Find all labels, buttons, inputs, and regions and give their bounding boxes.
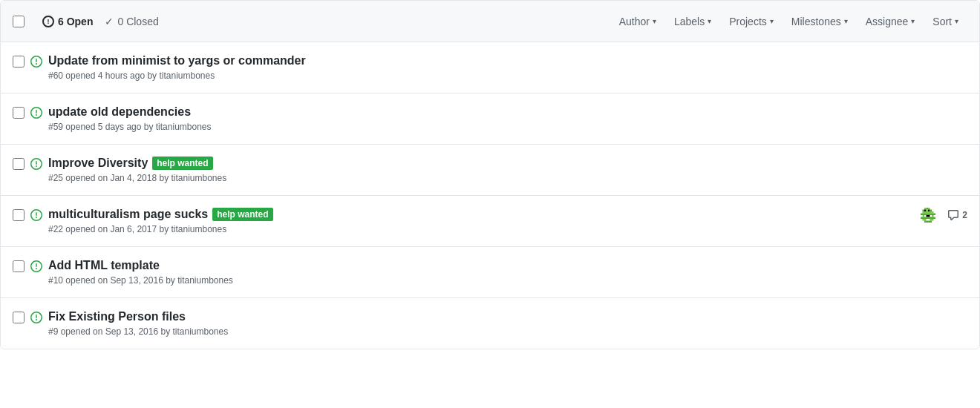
svg-rect-16 xyxy=(924,221,932,223)
issue-title-row: Update from minimist to yargs or command… xyxy=(48,54,956,68)
svg-rect-9 xyxy=(921,214,935,216)
projects-caret-icon: ▾ xyxy=(770,17,774,25)
issue-checkbox[interactable] xyxy=(13,312,24,323)
svg-rect-5 xyxy=(927,210,929,212)
issue-title-row: update old dependencies xyxy=(48,105,956,119)
header-left: ! 6 Open ✓ 0 Closed xyxy=(13,13,610,30)
sort-caret-icon: ▾ xyxy=(955,17,958,25)
issue-content: Improve Diversity help wanted #25 opened… xyxy=(48,157,956,183)
labels-caret-icon: ▾ xyxy=(708,17,711,25)
svg-rect-14 xyxy=(923,219,927,221)
milestones-filter-label: Milestones xyxy=(791,16,841,27)
svg-rect-3 xyxy=(923,210,925,212)
issue-row: update old dependencies #59 opened 5 day… xyxy=(1,93,979,145)
issue-checkbox[interactable] xyxy=(13,260,24,272)
svg-rect-0 xyxy=(924,208,927,210)
assignee-caret-icon: ▾ xyxy=(911,17,915,25)
issue-row: Improve Diversity help wanted #25 opened… xyxy=(1,145,979,196)
issue-open-icon xyxy=(30,260,42,272)
labels-filter-label: Labels xyxy=(674,16,705,27)
issue-open-icon xyxy=(30,56,42,68)
milestones-filter-button[interactable]: Milestones ▾ xyxy=(783,10,857,33)
svg-rect-6 xyxy=(928,210,930,212)
open-count-label: 6 Open xyxy=(58,16,93,27)
issue-title-link[interactable]: update old dependencies xyxy=(48,105,191,119)
assignee-avatar xyxy=(921,208,935,223)
labels-filter-button[interactable]: Labels ▾ xyxy=(665,10,720,33)
issue-row: Update from minimist to yargs or command… xyxy=(1,42,979,93)
issue-meta: #25 opened on Jan 4, 2018 by titaniumbon… xyxy=(48,173,956,183)
issue-checkbox[interactable] xyxy=(13,158,24,170)
projects-filter-label: Projects xyxy=(729,16,767,27)
issue-meta: #60 opened 4 hours ago by titaniumbones xyxy=(48,70,956,81)
projects-filter-button[interactable]: Projects ▾ xyxy=(720,10,783,33)
comments-number: 2 xyxy=(962,210,967,220)
issue-title-link[interactable]: Fix Existing Person files xyxy=(48,310,186,323)
issue-checkbox[interactable] xyxy=(13,56,24,68)
author-filter-button[interactable]: Author ▾ xyxy=(610,10,665,33)
issue-open-icon xyxy=(30,209,42,221)
issue-content: Fix Existing Person files #9 opened on S… xyxy=(48,310,956,337)
milestones-caret-icon: ▾ xyxy=(844,17,848,25)
assignee-filter-label: Assignee xyxy=(866,16,909,27)
issue-title-row: Fix Existing Person files xyxy=(48,310,956,323)
label-tag: help wanted xyxy=(152,157,212,170)
issue-meta: #10 opened on Sep 13, 2016 by titaniumbo… xyxy=(48,275,956,286)
header-filters: Author ▾ Labels ▾ Projects ▾ Milestones … xyxy=(610,10,967,33)
issues-list: ! 6 Open ✓ 0 Closed Author ▾ Labels ▾ Pr… xyxy=(0,0,980,349)
issue-meta: #59 opened 5 days ago by titaniumbones xyxy=(48,122,956,132)
comment-icon xyxy=(947,209,959,221)
svg-rect-10 xyxy=(923,215,925,217)
label-tag: help wanted xyxy=(212,208,272,221)
svg-rect-13 xyxy=(921,217,935,220)
issue-open-icon xyxy=(30,312,42,323)
issues-header: ! 6 Open ✓ 0 Closed Author ▾ Labels ▾ Pr… xyxy=(1,1,979,42)
issue-open-icon xyxy=(30,107,42,119)
svg-rect-2 xyxy=(928,208,930,210)
issue-title-link[interactable]: Update from minimist to yargs or command… xyxy=(48,54,306,68)
open-issues-icon: ! xyxy=(42,16,54,27)
checkmark-icon: ✓ xyxy=(105,16,114,27)
svg-rect-1 xyxy=(927,208,929,210)
issue-row: Fix Existing Person files #9 opened on S… xyxy=(1,298,979,349)
svg-rect-7 xyxy=(930,210,932,212)
svg-rect-11 xyxy=(927,215,930,217)
svg-rect-4 xyxy=(924,210,927,212)
issue-meta: #9 opened on Sep 13, 2016 by titaniumbon… xyxy=(48,326,956,337)
issue-meta: #22 opened on Jan 6, 2017 by titaniumbon… xyxy=(48,224,909,234)
issue-title-link[interactable]: Improve Diversity xyxy=(48,157,148,170)
svg-rect-8 xyxy=(923,211,934,214)
sort-filter-button[interactable]: Sort ▾ xyxy=(924,10,967,33)
assignee-filter-button[interactable]: Assignee ▾ xyxy=(857,10,924,33)
author-caret-icon: ▾ xyxy=(653,17,656,25)
issue-row: multiculturalism page sucks help wanted … xyxy=(1,196,979,247)
svg-rect-15 xyxy=(930,219,934,221)
issue-checkbox[interactable] xyxy=(13,107,24,119)
issue-open-icon xyxy=(30,158,42,170)
issue-title-link[interactable]: multiculturalism page sucks xyxy=(48,208,208,221)
svg-rect-12 xyxy=(932,215,934,217)
issue-checkbox[interactable] xyxy=(13,209,24,221)
issue-title-link[interactable]: Add HTML template xyxy=(48,259,160,272)
issue-title-row: Improve Diversity help wanted xyxy=(48,157,956,170)
issue-title-row: Add HTML template xyxy=(48,259,956,272)
issue-content: Add HTML template #10 opened on Sep 13, … xyxy=(48,259,956,286)
issue-content: multiculturalism page sucks help wanted … xyxy=(48,208,909,234)
issues-body: Update from minimist to yargs or command… xyxy=(1,42,979,349)
closed-count-label: 0 Closed xyxy=(117,16,158,27)
closed-count-filter[interactable]: ✓ 0 Closed xyxy=(105,13,158,30)
issue-right: 2 xyxy=(921,208,967,223)
author-filter-label: Author xyxy=(619,16,650,27)
issue-row: Add HTML template #10 opened on Sep 13, … xyxy=(1,247,979,298)
issue-title-row: multiculturalism page sucks help wanted xyxy=(48,208,909,221)
comments-count: 2 xyxy=(947,209,967,221)
open-count-filter[interactable]: ! 6 Open xyxy=(42,13,93,30)
select-all-checkbox[interactable] xyxy=(13,16,24,27)
issue-content: update old dependencies #59 opened 5 day… xyxy=(48,105,956,132)
issue-content: Update from minimist to yargs or command… xyxy=(48,54,956,81)
sort-filter-label: Sort xyxy=(932,16,952,27)
